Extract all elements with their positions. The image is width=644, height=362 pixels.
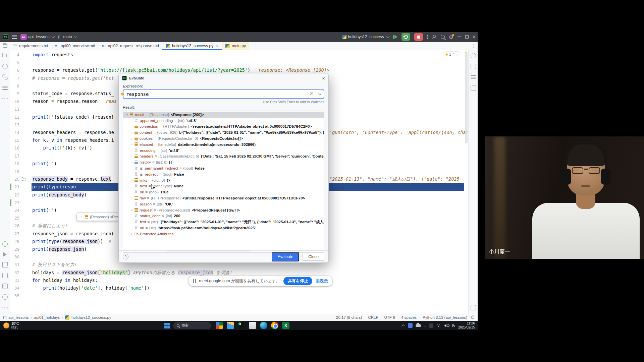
line-number[interactable]: 32	[10, 269, 19, 277]
expression-input[interactable]: response	[123, 89, 324, 99]
line-number[interactable]: 13	[10, 121, 19, 129]
result-row-text[interactable]: 1001text={str}'{"holidays": [{"date": "2…	[123, 219, 324, 225]
line-number[interactable]: 9	[10, 90, 19, 98]
help-button[interactable]: ?	[123, 254, 128, 259]
expand-editor-icon[interactable]	[310, 93, 313, 96]
expander-icon[interactable]: ›	[79, 215, 83, 219]
gradle-tool-icon[interactable]	[471, 85, 476, 90]
resume-program-icon[interactable]	[393, 35, 398, 39]
line-number[interactable]: 30	[10, 253, 19, 261]
debug-tool-icon[interactable]	[2, 241, 8, 247]
tab-api02_request_response.md[interactable]: M↓api02_request_response.md	[99, 42, 162, 50]
result-row-content[interactable]: ›content={bytes: 926}b'{"holidays": [{"d…	[123, 129, 324, 135]
edge-app-icon[interactable]	[260, 322, 267, 329]
commit-tool-icon[interactable]	[2, 74, 8, 80]
line-number[interactable]: 18	[10, 160, 19, 168]
line-number[interactable]: 28	[10, 238, 19, 245]
tab-requirements.txt[interactable]: requirements.txt	[10, 42, 51, 50]
line-number[interactable]: 22	[10, 191, 19, 199]
line-number[interactable]: 15	[10, 136, 19, 144]
rerun-debug-button[interactable]	[401, 33, 410, 41]
run-configuration-widget[interactable]: holidays12_success	[342, 35, 389, 39]
vcs-tool-icon[interactable]	[2, 85, 8, 90]
status-item[interactable]: UTF-8	[384, 315, 395, 319]
expander-icon[interactable]: ›	[130, 208, 134, 212]
tray-overflow-icon[interactable]	[401, 324, 405, 327]
result-row-cookies[interactable]: ›cookies={RequestsCookieJar: 0}<Requests…	[123, 135, 324, 141]
status-item[interactable]: 4 spaces	[401, 315, 417, 319]
python-packages-tool-icon[interactable]	[2, 273, 8, 278]
taskbar-clock[interactable]: 11:26 2025/02/15	[458, 321, 475, 329]
code-line-35[interactable]: 35	[10, 292, 468, 300]
line-number[interactable]: 14	[10, 129, 19, 136]
result-row-status_code[interactable]: 1001status_code={int}200	[123, 213, 324, 219]
result-row-is_permanent_redirect[interactable]: 1001is_permanent_redirect={bool}False	[123, 165, 324, 171]
result-row-connection[interactable]: ›connection={HTTPAdapter}<requests.adapt…	[123, 124, 324, 130]
vcs-branch-widget[interactable]: main	[58, 35, 77, 39]
onedrive-icon[interactable]	[416, 324, 421, 327]
close-button[interactable]: Close	[303, 253, 324, 261]
line-number[interactable]: 29	[10, 245, 19, 253]
line-number[interactable]: 11	[10, 105, 19, 113]
download-arrow-icon[interactable]: ↓	[424, 323, 426, 327]
structure-tool-icon[interactable]	[2, 64, 8, 69]
breadcrumb-item[interactable]: api01_holidays	[34, 315, 60, 319]
line-number[interactable]: 19	[10, 168, 19, 175]
problems-tool-icon[interactable]	[2, 294, 8, 300]
pycharm-app-icon[interactable]	[238, 322, 245, 329]
result-row-is_redirect[interactable]: 1001is_redirect={bool}False	[123, 171, 324, 177]
line-number[interactable]: 17	[10, 152, 19, 160]
hide-banner-link[interactable]: 非表示	[316, 278, 330, 284]
line-number[interactable]: 10	[10, 98, 19, 105]
line-number[interactable]: 7	[10, 74, 19, 82]
terminal-tool-icon[interactable]	[2, 284, 8, 289]
breadcrumb-item[interactable]: api_lessons	[8, 315, 29, 319]
tray-dark-app-icon[interactable]	[429, 323, 433, 328]
line-number[interactable]: 4	[10, 51, 19, 59]
window-maximize-button[interactable]	[465, 35, 469, 39]
line-number[interactable]: 5	[10, 59, 19, 66]
line-number[interactable]: 6	[10, 66, 19, 74]
ai-assistant-icon[interactable]	[471, 64, 476, 69]
more-tools-icon[interactable]	[2, 96, 8, 101]
run-tool-icon[interactable]	[3, 252, 7, 257]
notifications-icon[interactable]	[471, 53, 476, 58]
result-row-reason[interactable]: 1001reason={str}'OK'	[123, 201, 324, 207]
project-tool-icon[interactable]	[2, 53, 8, 58]
result-row-url[interactable]: 1001url={str}'https://flask.pc5bai.com/h…	[123, 225, 324, 231]
search-everywhere-icon[interactable]	[441, 35, 445, 39]
result-row-result[interactable]: ›result={Response}<Response [200]>	[123, 112, 324, 118]
line-number[interactable]: 31	[10, 261, 19, 268]
expander-icon[interactable]: ›	[130, 155, 134, 158]
database-tool-icon[interactable]	[471, 74, 476, 80]
result-row-apparent_encoding[interactable]: 1001apparent_encoding={str}'utf-8'	[123, 118, 324, 124]
tab-api00_overview.md[interactable]: M↓api00_overview.md	[51, 42, 99, 50]
stop-button[interactable]	[414, 33, 423, 41]
line-number[interactable]: 21	[10, 183, 19, 191]
more-bottom-tools-icon[interactable]	[2, 305, 8, 310]
wifi-icon[interactable]	[436, 324, 441, 327]
layout-icon[interactable]	[471, 305, 476, 310]
select-in-project-icon[interactable]	[0, 42, 10, 50]
services-tool-icon[interactable]	[2, 262, 8, 267]
chrome-app-icon[interactable]	[271, 322, 278, 329]
tab-main.py[interactable]: main.py	[222, 42, 249, 50]
dialog-title-bar[interactable]: PC Evaluate ×	[119, 73, 328, 83]
settings-gear-icon[interactable]: ⚙	[449, 35, 453, 40]
code-line-4[interactable]: 4import requests	[10, 51, 468, 59]
line-number[interactable]: 26	[10, 222, 19, 230]
expander-icon[interactable]: ›	[130, 161, 134, 164]
notepad-app-icon[interactable]	[249, 322, 256, 329]
code-line-32[interactable]: 32holidays = response_json['holidays'] #…	[10, 269, 468, 277]
line-number[interactable]: 24	[10, 206, 19, 214]
expander-icon[interactable]: ›	[130, 178, 134, 182]
status-item[interactable]: 20:17 (8 chars)	[336, 315, 362, 319]
result-row-raw[interactable]: ›raw={HTTPResponse}<urllib3.response.HTT…	[123, 195, 324, 201]
expander-icon[interactable]: ›	[130, 196, 134, 200]
code-with-me-icon[interactable]	[432, 35, 437, 39]
status-item[interactable]: CRLF	[368, 315, 378, 319]
result-row-headers[interactable]: ›headers={CaseInsensitiveDict: 6}{'Date'…	[123, 154, 324, 160]
line-number[interactable]: 33	[10, 277, 19, 284]
meet-app-icon[interactable]	[216, 322, 223, 329]
stop-sharing-button[interactable]: 共有を停止	[283, 277, 312, 285]
